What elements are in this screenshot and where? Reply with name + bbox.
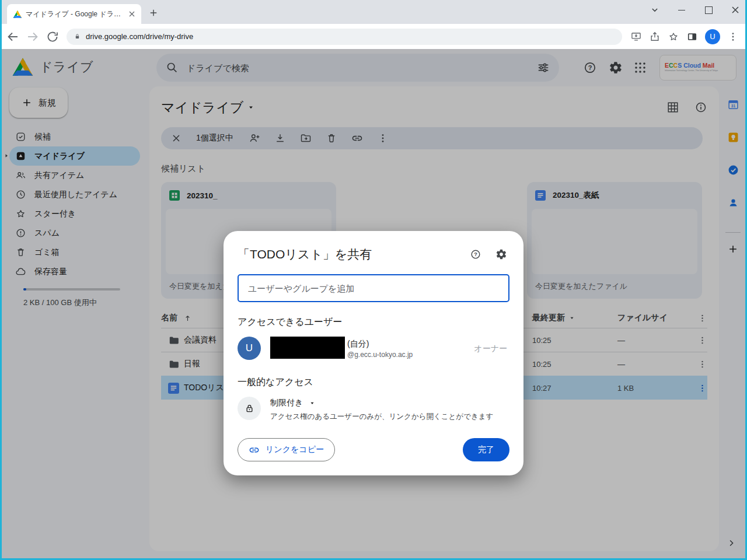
user-role-owner: オーナー (474, 344, 507, 354)
window-maximize-button[interactable] (703, 4, 714, 16)
copy-link-button[interactable]: リンクをコピー (238, 438, 335, 461)
tab-title: マイドライブ - Google ドライブ (26, 9, 124, 19)
browser-profile-avatar[interactable]: U (705, 29, 720, 44)
redacted-user-name (270, 337, 345, 359)
browser-tab[interactable]: マイドライブ - Google ドライブ (7, 4, 141, 24)
forward-icon[interactable] (26, 30, 40, 44)
share-icon[interactable] (649, 31, 661, 43)
people-with-access-heading: アクセスできるユーザー (238, 316, 509, 328)
window-menu-chevron-icon[interactable] (649, 4, 661, 16)
browser-toolbar: drive.google.com/drive/my-drive U (0, 24, 747, 49)
drive-app: ドライブ 新規 候補 マイドライブ 共有アイテム 最近使用したアイテム (0, 49, 747, 558)
tab-close-icon[interactable] (127, 9, 137, 19)
url-text: drive.google.com/drive/my-drive (86, 32, 193, 41)
done-button[interactable]: 完了 (463, 438, 509, 461)
bookmark-star-icon[interactable] (668, 31, 679, 43)
add-people-input[interactable] (247, 283, 500, 294)
browser-tab-strip: マイドライブ - Google ドライブ (0, 0, 747, 24)
access-level-label: 制限付き (270, 398, 303, 408)
window-close-button[interactable] (729, 4, 741, 16)
share-dialog: 「TODOリスト」を共有 アクセスできるユーザー U (自分) @g.ecc.u… (224, 231, 523, 475)
window-minimize-button[interactable] (676, 4, 687, 16)
user-self-suffix: (自分) (347, 339, 369, 348)
share-help-icon[interactable] (470, 249, 481, 260)
lock-icon (244, 403, 255, 414)
url-bar[interactable]: drive.google.com/drive/my-drive (67, 29, 622, 45)
access-user-row[interactable]: U (自分) @g.ecc.u-tokyo.ac.jp オーナー (238, 337, 509, 362)
add-people-field[interactable] (238, 274, 509, 302)
dialog-title: 「TODOリスト」を共有 (238, 246, 372, 262)
restricted-lock-badge (238, 397, 261, 420)
link-icon (249, 444, 260, 456)
drive-favicon (13, 10, 22, 19)
user-email-domain: @g.ecc.u-tokyo.ac.jp (347, 351, 413, 359)
access-description: アクセス権のあるユーザーのみが、リンクから開くことができます (270, 412, 493, 422)
browser-menu-icon[interactable] (727, 31, 739, 43)
general-access-heading: 一般的なアクセス (238, 376, 509, 388)
back-icon[interactable] (6, 30, 20, 44)
reload-icon[interactable] (46, 30, 60, 44)
copy-link-label: リンクをコピー (266, 444, 324, 455)
new-tab-button[interactable] (148, 8, 159, 18)
side-panel-icon[interactable] (686, 31, 698, 43)
access-level-dropdown[interactable]: 制限付き (270, 397, 493, 408)
user-avatar: U (238, 337, 261, 360)
share-settings-icon[interactable] (495, 249, 507, 260)
caret-down-icon (309, 400, 316, 407)
general-access-row: 制限付き アクセス権のあるユーザーのみが、リンクから開くことができます (238, 397, 509, 422)
install-app-icon[interactable] (630, 31, 642, 43)
site-security-lock-icon[interactable] (74, 33, 81, 40)
